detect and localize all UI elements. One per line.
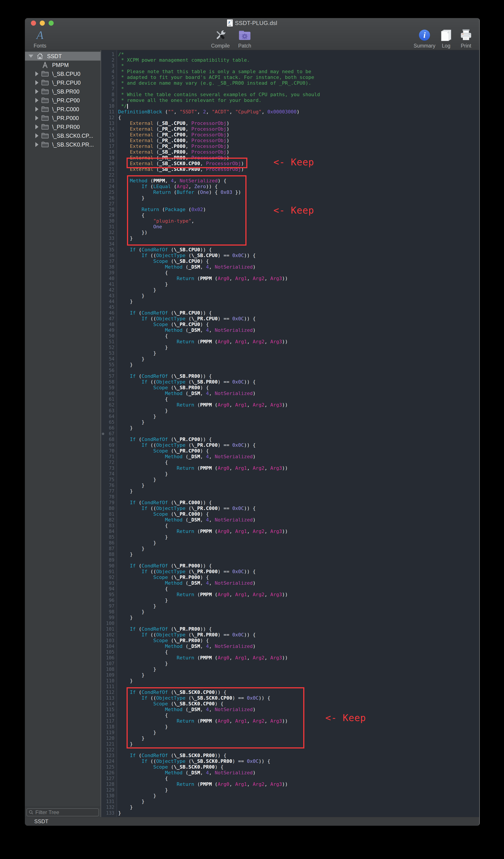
code-line: Return (PMPM (Arg0, Arg1, Arg2, Arg3)) [118,339,479,345]
window-header: ✗ DSL SSDT-PLUG.dsl A Fonts [25,18,479,50]
sidebar-item-label: \_PR.CPU0 [52,79,81,86]
code-line: Method (_DSM, 4, NotSerialized) [118,454,479,459]
sidebar-item-sbsck0pr[interactable]: \_SB.SCK0.PR... [25,140,100,149]
code-line: } [118,356,479,362]
folder-icon [41,142,49,148]
code-line: } [118,552,479,557]
disclosure-right-icon[interactable] [35,116,38,120]
code-line: If ((ObjectType (\_PR.C000) == 0x0C)) { [118,506,479,511]
filter-tree-input[interactable]: Filter Tree [27,808,99,816]
code-line: } [118,609,479,615]
code-line: */ [118,103,479,109]
sidebar: SSDTPMPM\_SB.CPU0\_PR.CPU0\_SB.PR00\_PR.… [25,50,101,817]
code-line: { [118,523,479,529]
sidebar-item-pmpm[interactable]: PMPM [25,61,100,70]
sidebar-item-prcpu0[interactable]: \_PR.CPU0 [25,78,100,87]
code-line: If (CondRefOf (\_PR.PR00)) { [118,626,479,632]
sidebar-item-label: \_PR.P000 [52,115,79,121]
code-editor[interactable]: 1234567891011121314151617181920212223242… [101,50,479,817]
code-line: Return (PMPM (Arg0, Arg1, Arg2, Arg3)) [118,402,479,408]
sidebar-item-prp000[interactable]: \_PR.P000 [25,114,100,122]
disclosure-right-icon[interactable] [35,98,38,103]
sidebar-item-prc000[interactable]: \_PR.C000 [25,105,100,114]
code-line: { [118,586,479,592]
sidebar-item-label: \_SB.CPU0 [52,71,80,77]
code-line [118,367,479,373]
annotation-box-external [127,157,247,168]
code-line: } [118,810,479,816]
code-line: Return (PMPM (Arg0, Arg1, Arg2, Arg3)) [118,655,479,661]
patch-button[interactable]: Patch [234,28,256,49]
code-line: If (CondRefOf (\_PR.C000)) { [118,500,479,506]
sidebar-item-sbpr00[interactable]: \_SB.PR00 [25,87,100,96]
code-line: If ((ObjectType (\_PR.CP00) == 0x0C)) { [118,442,479,448]
sidebar-item-prcp00[interactable]: \_PR.CP00 [25,96,100,105]
code-line [118,557,479,563]
toolbar: A Fonts [25,28,479,50]
code-line: Method (_DSM, 4, NotSerialized) [118,264,479,270]
code-line: Method (_DSM, 4, NotSerialized) [118,770,479,776]
code-line: External (_SB_.PR00, ProcessorObj) [118,149,479,155]
code-line: If ((ObjectType (\_PR.PR00) == 0x0C)) { [118,632,479,638]
print-button[interactable]: Print [457,28,475,49]
code-line: Method (_DSM, 4, NotSerialized) [118,391,479,396]
code-line: External (_PR_.C000, ProcessorObj) [118,138,479,144]
sidebar-item-label: SSDT [47,53,62,59]
keep-annotation-2: <- Keep [273,205,314,216]
sidebar-item-label: \_SB.SCK0.CP... [52,133,93,139]
code-line: Return (PMPM (Arg0, Arg1, Arg2, Arg3)) [118,781,479,787]
compile-button[interactable]: Compile [209,28,232,49]
folder-icon [41,115,49,121]
folder-icon [41,133,49,139]
disclosure-right-icon[interactable] [35,71,38,76]
statusbar: SSDT [25,817,479,826]
code-line: Return (PMPM (Arg0, Arg1, Arg2, Arg3)) [118,465,479,471]
disclosure-right-icon[interactable] [35,124,38,129]
code-line: Scope (\_PR.CPU0) { [118,322,479,327]
keep-annotation-1: <- Keep [273,157,314,168]
code-line: } [118,419,479,425]
disclosure-right-icon[interactable] [35,107,38,111]
code-line: Scope (\_PR.CP00) { [118,448,479,454]
summary-icon: i [419,28,430,42]
log-icon [440,28,452,42]
log-button[interactable]: Log [437,28,455,49]
code-line: } [118,598,479,603]
sidebar-item-sbcpu0[interactable]: \_SB.CPU0 [25,70,100,78]
titlebar[interactable]: ✗ DSL SSDT-PLUG.dsl [25,18,479,28]
code-line: /* [118,51,479,57]
sidebar-item-ssdt[interactable]: SSDT [25,52,100,61]
code-line: } [118,350,479,356]
code-line: { [118,649,479,655]
disclosure-right-icon[interactable] [35,133,38,138]
code-line: * remove all the ones irrelevant for you… [118,97,479,103]
patch-label: Patch [238,43,251,49]
code-line: If (CondRefOf (\_PR.CPU0)) { [118,310,479,316]
disclosure-right-icon[interactable] [35,142,38,147]
sidebar-item-label: \_PR.CP00 [52,97,80,104]
code-line: Scope (\_PR.C000) { [118,511,479,517]
annotation-box-method [127,175,247,245]
summary-button[interactable]: i Summary [413,28,436,49]
sidebar-item-prpr00[interactable]: \_PR.PR00 [25,122,100,131]
code-line: { [118,776,479,781]
code-line: } [118,678,479,684]
code-line: External (_PR_.CPU0, ProcessorObj) [118,126,479,132]
disclosure-right-icon[interactable] [35,80,38,85]
text-caret [127,104,128,109]
disclosure-down-icon[interactable] [29,55,33,58]
fonts-button[interactable]: A Fonts [29,28,51,49]
sidebar-item-sbsck0cp[interactable]: \_SB.SCK0.CP... [25,131,100,140]
code-line: } [118,413,479,419]
code-line: } [118,345,479,350]
sidebar-tree: SSDTPMPM\_SB.CPU0\_PR.CPU0\_SB.PR00\_PR.… [25,50,100,807]
code-line: } [118,293,479,299]
disclosure-right-icon[interactable] [35,89,38,94]
code-line: Method (_DSM, 4, NotSerialized) [118,517,479,523]
code-line: } [118,534,479,540]
code-line: { [118,396,479,402]
code-line: Return (PMPM (Arg0, Arg1, Arg2, Arg3)) [118,592,479,598]
keep-annotation-3: <- Keep [325,712,366,723]
compile-icon [214,28,227,42]
code-line: Return (PMPM (Arg0, Arg1, Arg2, Arg3)) [118,276,479,282]
